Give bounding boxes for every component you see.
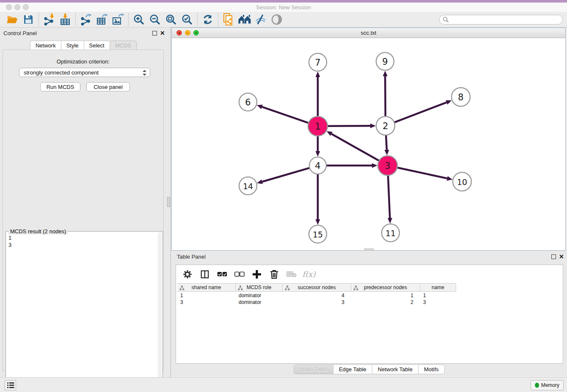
network-graph-canvas[interactable]: 7968124314101511: [172, 39, 565, 250]
graph-edge-1-6[interactable]: [262, 107, 308, 123]
tree-hierarchy-icon: [238, 285, 243, 292]
column-header-shared-name[interactable]: shared name: [177, 284, 236, 292]
optimization-criterion-select[interactable]: strongly connected component: [19, 68, 150, 77]
import-table-icon: [59, 14, 71, 25]
float-panel-icon[interactable]: [152, 31, 157, 36]
column-header-MCDS-role[interactable]: MCDS role: [236, 284, 283, 292]
column-label: MCDS role: [247, 284, 272, 290]
zoom-in-button[interactable]: [131, 13, 147, 26]
tab-style[interactable]: Style: [61, 41, 84, 50]
table-row[interactable]: 1dominator411: [177, 292, 563, 299]
toolbar-separator: [39, 13, 39, 26]
zoom-selected-button[interactable]: [179, 13, 195, 26]
tab-network-table[interactable]: Network Table: [372, 364, 418, 374]
memory-button[interactable]: Memory: [531, 380, 564, 390]
network-window-titlebar[interactable]: x − + scc.txt: [172, 28, 565, 38]
tab-motifs[interactable]: Motifs: [418, 364, 445, 374]
tab-edge-table[interactable]: Edge Table: [333, 364, 372, 374]
control-panel-tabs: NetworkStyleSelectMCDS: [0, 41, 167, 50]
close-panel-icon[interactable]: ✕: [160, 31, 165, 36]
table-toolbar: f(x): [176, 265, 563, 283]
vertical-splitter[interactable]: [167, 28, 171, 377]
edge-arrowhead: [385, 150, 389, 155]
graph-edge-3-11[interactable]: [388, 176, 390, 218]
table-rows: 1dominator4113dominator323: [177, 292, 563, 306]
trash-icon: [270, 270, 278, 279]
select-stepper-icon: [142, 69, 147, 77]
export-image-button[interactable]: [110, 13, 126, 26]
first-neighbors-button[interactable]: [237, 13, 253, 26]
add-column-button[interactable]: [251, 269, 262, 279]
graph-edge-3-1[interactable]: [331, 134, 379, 160]
result-scrollbar[interactable]: [158, 232, 162, 392]
export-network-button[interactable]: [78, 13, 94, 26]
close-panel-button[interactable]: Close panel: [86, 82, 130, 91]
tab-mcds[interactable]: MCDS: [110, 41, 137, 50]
selected-option: strongly connected component: [24, 69, 99, 76]
app-titlebar: Session: New Session: [0, 3, 567, 12]
graph-edge-4-14[interactable]: [262, 168, 309, 182]
mcds-result-legend: MCDS result (2 nodes): [8, 228, 68, 235]
import-network-button[interactable]: [41, 13, 57, 26]
import-table-button[interactable]: [57, 13, 73, 26]
float-table-panel-icon[interactable]: [551, 254, 556, 259]
column-header-predecessor-nodes[interactable]: predecessor nodes: [351, 284, 420, 292]
table-row[interactable]: 3dominator323: [177, 299, 563, 306]
graph-edge-2-8[interactable]: [394, 102, 446, 122]
cell-MCDS-role[interactable]: dominator: [236, 292, 283, 299]
zoom-selected-icon: [181, 14, 193, 25]
tab-network[interactable]: Network: [30, 41, 61, 50]
run-mcds-button[interactable]: Run MCDS: [40, 82, 80, 91]
cell-predecessor-nodes[interactable]: 1: [351, 292, 420, 299]
delete-column-button[interactable]: [269, 269, 280, 279]
list-icon: [7, 382, 14, 389]
cell-shared-name[interactable]: 3: [177, 299, 236, 306]
cell-predecessor-nodes[interactable]: 2: [351, 299, 420, 306]
cell-successor-nodes[interactable]: 4: [283, 292, 351, 299]
zoom-out-button[interactable]: [147, 13, 163, 26]
graph-edge-2-3[interactable]: [386, 135, 387, 150]
search-input[interactable]: [449, 16, 562, 23]
refresh-layout-button[interactable]: [200, 13, 216, 26]
graph-edge-2-9[interactable]: [385, 76, 385, 116]
close-table-panel-icon[interactable]: ✕: [559, 254, 564, 259]
delete-table-button-disabled: [286, 269, 297, 279]
new-network-from-selection-button[interactable]: [220, 13, 237, 26]
splitter-handle[interactable]: [167, 197, 170, 207]
show-all-button[interactable]: [269, 13, 285, 26]
graph-edge-3-10[interactable]: [397, 168, 447, 178]
task-history-button[interactable]: [5, 380, 16, 390]
export-image-icon: [112, 14, 124, 25]
hide-selected-button[interactable]: [253, 13, 269, 26]
search-box[interactable]: [439, 15, 563, 25]
mcds-result-text[interactable]: 1 3: [8, 234, 11, 248]
node-label-9: 9: [382, 57, 388, 67]
table-settings-button[interactable]: [182, 269, 193, 279]
optimization-criterion-label: Optimization criterion:: [3, 58, 163, 65]
column-header-name[interactable]: name: [420, 284, 456, 292]
export-table-button[interactable]: [94, 13, 110, 26]
open-session-button[interactable]: [4, 13, 20, 26]
cell-shared-name[interactable]: 1: [177, 292, 236, 299]
tab-node-table[interactable]: Node Table: [294, 364, 333, 374]
checked-boxes-icon: [217, 271, 227, 277]
node-table-container: f(x) shared nameMCDS rolesuccessor nodes…: [176, 265, 563, 364]
cell-successor-nodes[interactable]: 3: [283, 299, 351, 306]
cell-name[interactable]: 3: [420, 299, 456, 306]
cell-name[interactable]: 1: [420, 292, 456, 299]
select-all-columns-button[interactable]: [217, 269, 228, 279]
node-label-3: 3: [385, 161, 390, 171]
tab-select[interactable]: Select: [84, 41, 110, 50]
zoom-fit-button[interactable]: [163, 13, 179, 26]
graph-edge-1-2[interactable]: [328, 126, 370, 126]
table-panel: Table Panel ✕: [171, 251, 567, 376]
show-column-panel-button[interactable]: [199, 269, 210, 279]
export-table-icon: [96, 14, 108, 25]
save-session-button[interactable]: [20, 13, 36, 26]
deselect-all-columns-button[interactable]: [234, 269, 245, 279]
column-header-successor-nodes[interactable]: successor nodes: [283, 284, 351, 292]
cell-MCDS-role[interactable]: dominator: [236, 299, 283, 306]
node-label-1: 1: [315, 121, 320, 132]
status-bar: Memory: [0, 377, 567, 392]
open-folder-icon: [7, 14, 18, 25]
